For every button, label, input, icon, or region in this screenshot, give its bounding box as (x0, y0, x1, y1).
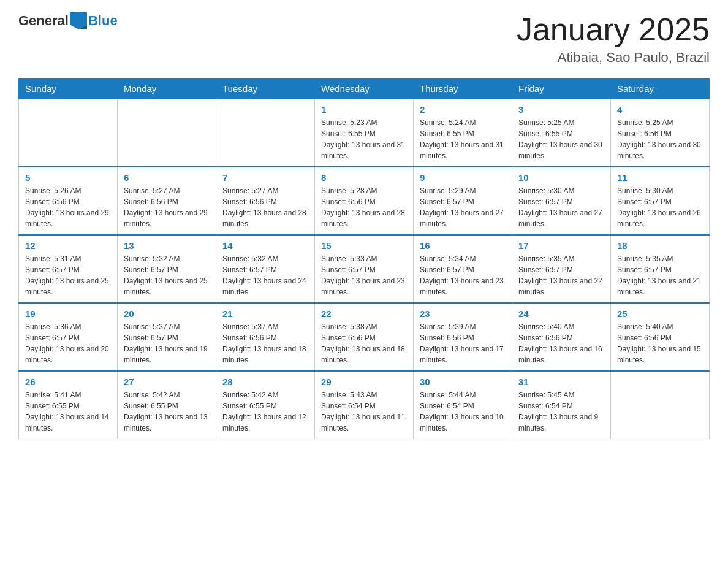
day-number: 17 (518, 240, 604, 251)
calendar-cell (216, 99, 315, 167)
header-cell-friday: Friday (512, 79, 611, 99)
day-number: 7 (222, 172, 308, 183)
calendar-week-row: 19Sunrise: 5:36 AM Sunset: 6:57 PM Dayli… (19, 303, 710, 371)
calendar-cell: 7Sunrise: 5:27 AM Sunset: 6:56 PM Daylig… (216, 167, 315, 235)
calendar-cell: 10Sunrise: 5:30 AM Sunset: 6:57 PM Dayli… (512, 167, 611, 235)
calendar-cell: 14Sunrise: 5:32 AM Sunset: 6:57 PM Dayli… (216, 235, 315, 303)
day-info: Sunrise: 5:23 AM Sunset: 6:55 PM Dayligh… (321, 117, 407, 161)
day-info: Sunrise: 5:32 AM Sunset: 6:57 PM Dayligh… (222, 253, 308, 297)
day-info: Sunrise: 5:36 AM Sunset: 6:57 PM Dayligh… (25, 321, 111, 366)
day-info: Sunrise: 5:40 AM Sunset: 6:56 PM Dayligh… (518, 321, 604, 366)
header-cell-monday: Monday (118, 79, 216, 99)
calendar-cell: 31Sunrise: 5:45 AM Sunset: 6:54 PM Dayli… (512, 371, 611, 439)
day-info: Sunrise: 5:35 AM Sunset: 6:57 PM Dayligh… (518, 253, 604, 297)
day-number: 28 (222, 377, 308, 387)
day-info: Sunrise: 5:25 AM Sunset: 6:55 PM Dayligh… (518, 117, 604, 161)
day-number: 2 (420, 104, 506, 115)
day-info: Sunrise: 5:32 AM Sunset: 6:57 PM Dayligh… (124, 253, 210, 297)
calendar-cell: 8Sunrise: 5:28 AM Sunset: 6:56 PM Daylig… (315, 167, 414, 235)
calendar-cell: 18Sunrise: 5:35 AM Sunset: 6:57 PM Dayli… (611, 235, 710, 303)
day-number: 11 (617, 172, 703, 183)
day-info: Sunrise: 5:43 AM Sunset: 6:54 PM Dayligh… (321, 389, 407, 434)
calendar-cell: 28Sunrise: 5:42 AM Sunset: 6:55 PM Dayli… (216, 371, 315, 439)
calendar-cell: 2Sunrise: 5:24 AM Sunset: 6:55 PM Daylig… (414, 99, 512, 167)
day-info: Sunrise: 5:34 AM Sunset: 6:57 PM Dayligh… (420, 253, 506, 297)
day-info: Sunrise: 5:31 AM Sunset: 6:57 PM Dayligh… (25, 253, 111, 297)
calendar-cell: 16Sunrise: 5:34 AM Sunset: 6:57 PM Dayli… (414, 235, 512, 303)
logo: General Blue (18, 12, 118, 29)
day-number: 26 (25, 377, 111, 387)
day-number: 12 (25, 240, 111, 251)
calendar-cell: 3Sunrise: 5:25 AM Sunset: 6:55 PM Daylig… (512, 99, 611, 167)
day-number: 20 (124, 308, 210, 319)
calendar-cell: 6Sunrise: 5:27 AM Sunset: 6:56 PM Daylig… (118, 167, 216, 235)
day-number: 29 (321, 377, 407, 387)
calendar-cell: 30Sunrise: 5:44 AM Sunset: 6:54 PM Dayli… (414, 371, 512, 439)
calendar-cell: 25Sunrise: 5:40 AM Sunset: 6:56 PM Dayli… (611, 303, 710, 371)
day-info: Sunrise: 5:38 AM Sunset: 6:56 PM Dayligh… (321, 321, 407, 366)
header-cell-thursday: Thursday (414, 79, 512, 99)
day-number: 27 (124, 377, 210, 387)
logo-text-general: General (18, 13, 69, 29)
calendar-cell: 12Sunrise: 5:31 AM Sunset: 6:57 PM Dayli… (19, 235, 118, 303)
calendar-week-row: 5Sunrise: 5:26 AM Sunset: 6:56 PM Daylig… (19, 167, 710, 235)
day-number: 21 (222, 308, 308, 319)
day-number: 23 (420, 308, 506, 319)
day-number: 15 (321, 240, 407, 251)
day-number: 8 (321, 172, 407, 183)
day-number: 13 (124, 240, 210, 251)
calendar-cell (611, 371, 710, 439)
day-info: Sunrise: 5:35 AM Sunset: 6:57 PM Dayligh… (617, 253, 703, 297)
logo-text-blue: Blue (88, 13, 118, 29)
day-info: Sunrise: 5:37 AM Sunset: 6:57 PM Dayligh… (124, 321, 210, 366)
calendar-cell: 21Sunrise: 5:37 AM Sunset: 6:56 PM Dayli… (216, 303, 315, 371)
day-info: Sunrise: 5:42 AM Sunset: 6:55 PM Dayligh… (222, 389, 308, 434)
calendar-week-row: 12Sunrise: 5:31 AM Sunset: 6:57 PM Dayli… (19, 235, 710, 303)
calendar-cell: 13Sunrise: 5:32 AM Sunset: 6:57 PM Dayli… (118, 235, 216, 303)
header-cell-wednesday: Wednesday (315, 79, 414, 99)
day-info: Sunrise: 5:45 AM Sunset: 6:54 PM Dayligh… (518, 389, 604, 434)
day-number: 16 (420, 240, 506, 251)
calendar-cell: 26Sunrise: 5:41 AM Sunset: 6:55 PM Dayli… (19, 371, 118, 439)
day-number: 6 (124, 172, 210, 183)
location-subtitle: Atibaia, Sao Paulo, Brazil (517, 50, 710, 66)
day-number: 9 (420, 172, 506, 183)
day-number: 30 (420, 377, 506, 387)
header-cell-tuesday: Tuesday (216, 79, 315, 99)
day-info: Sunrise: 5:27 AM Sunset: 6:56 PM Dayligh… (222, 185, 308, 229)
calendar-cell: 22Sunrise: 5:38 AM Sunset: 6:56 PM Dayli… (315, 303, 414, 371)
day-info: Sunrise: 5:25 AM Sunset: 6:56 PM Dayligh… (617, 117, 703, 161)
day-number: 31 (518, 377, 604, 387)
calendar-cell: 24Sunrise: 5:40 AM Sunset: 6:56 PM Dayli… (512, 303, 611, 371)
header-row: SundayMondayTuesdayWednesdayThursdayFrid… (19, 79, 710, 99)
calendar-table: SundayMondayTuesdayWednesdayThursdayFrid… (18, 78, 710, 439)
calendar-cell (118, 99, 216, 167)
day-info: Sunrise: 5:30 AM Sunset: 6:57 PM Dayligh… (518, 185, 604, 229)
day-number: 25 (617, 308, 703, 319)
day-info: Sunrise: 5:33 AM Sunset: 6:57 PM Dayligh… (321, 253, 407, 297)
day-info: Sunrise: 5:29 AM Sunset: 6:57 PM Dayligh… (420, 185, 506, 229)
calendar-week-row: 26Sunrise: 5:41 AM Sunset: 6:55 PM Dayli… (19, 371, 710, 439)
logo-icon (70, 12, 87, 29)
calendar-cell: 29Sunrise: 5:43 AM Sunset: 6:54 PM Dayli… (315, 371, 414, 439)
title-block: January 2025 Atibaia, Sao Paulo, Brazil (517, 12, 710, 66)
day-info: Sunrise: 5:44 AM Sunset: 6:54 PM Dayligh… (420, 389, 506, 434)
calendar-cell: 27Sunrise: 5:42 AM Sunset: 6:55 PM Dayli… (118, 371, 216, 439)
calendar-cell: 11Sunrise: 5:30 AM Sunset: 6:57 PM Dayli… (611, 167, 710, 235)
day-number: 24 (518, 308, 604, 319)
calendar-week-row: 1Sunrise: 5:23 AM Sunset: 6:55 PM Daylig… (19, 99, 710, 167)
calendar-cell: 17Sunrise: 5:35 AM Sunset: 6:57 PM Dayli… (512, 235, 611, 303)
day-info: Sunrise: 5:26 AM Sunset: 6:56 PM Dayligh… (25, 185, 111, 229)
day-info: Sunrise: 5:42 AM Sunset: 6:55 PM Dayligh… (124, 389, 210, 434)
header-cell-saturday: Saturday (611, 79, 710, 99)
calendar-cell: 1Sunrise: 5:23 AM Sunset: 6:55 PM Daylig… (315, 99, 414, 167)
day-number: 19 (25, 308, 111, 319)
day-info: Sunrise: 5:27 AM Sunset: 6:56 PM Dayligh… (124, 185, 210, 229)
day-info: Sunrise: 5:40 AM Sunset: 6:56 PM Dayligh… (617, 321, 703, 366)
calendar-body: 1Sunrise: 5:23 AM Sunset: 6:55 PM Daylig… (19, 99, 710, 439)
calendar-cell: 9Sunrise: 5:29 AM Sunset: 6:57 PM Daylig… (414, 167, 512, 235)
page-header: General Blue January 2025 Atibaia, Sao P… (18, 12, 710, 66)
calendar-cell: 15Sunrise: 5:33 AM Sunset: 6:57 PM Dayli… (315, 235, 414, 303)
calendar-header: SundayMondayTuesdayWednesdayThursdayFrid… (19, 79, 710, 99)
day-number: 22 (321, 308, 407, 319)
